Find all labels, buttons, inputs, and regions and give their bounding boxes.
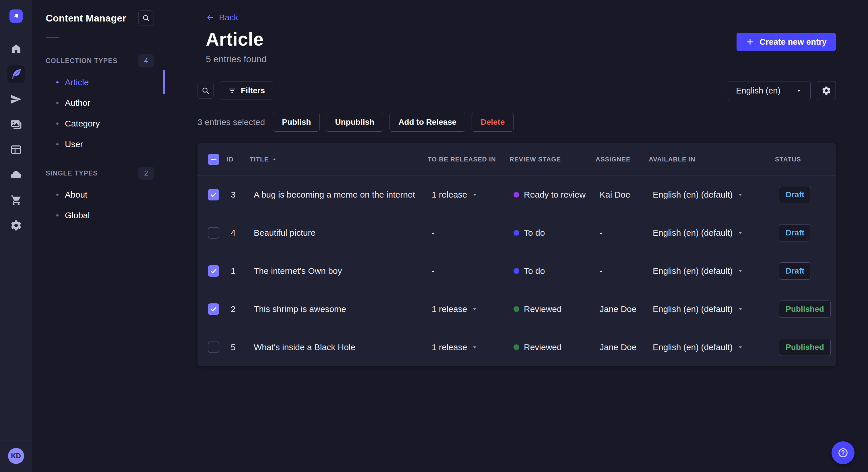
user-avatar[interactable]: KD — [8, 448, 24, 464]
subnav-search-button[interactable] — [138, 10, 154, 26]
status-badge: Draft — [779, 224, 811, 241]
publish-button[interactable]: Publish — [273, 113, 320, 132]
sidebar-item-label: User — [65, 139, 83, 149]
id-cell: 2 — [227, 304, 250, 314]
status-badge: Draft — [779, 186, 811, 203]
review-stage-dot-icon — [514, 344, 519, 350]
available-in-cell[interactable]: English (en) (default) — [649, 228, 775, 238]
id-cell: 3 — [227, 190, 250, 200]
status-cell: Draft — [775, 262, 836, 279]
column-header-id[interactable]: ID — [227, 156, 250, 163]
release-cell[interactable]: 1 release — [428, 304, 509, 314]
locale-value: English (en) — [736, 86, 780, 96]
back-arrow-icon — [206, 13, 214, 22]
delete-button[interactable]: Delete — [472, 113, 514, 132]
table-row[interactable]: 1The internet's Own boy-To do-English (e… — [197, 252, 836, 290]
strapi-logo-icon[interactable] — [9, 9, 23, 23]
help-button[interactable] — [832, 441, 855, 464]
unpublish-button[interactable]: Unpublish — [326, 113, 383, 132]
select-all-checkbox[interactable] — [208, 154, 219, 165]
media-library-images-icon[interactable] — [7, 116, 25, 133]
bullet-icon — [56, 123, 59, 125]
bullet-icon — [56, 102, 59, 104]
content-type-builder-layout-icon[interactable] — [7, 141, 25, 158]
filters-button[interactable]: Filters — [220, 81, 273, 100]
available-in-cell[interactable]: English (en) (default) — [649, 266, 775, 276]
add-to-release-button[interactable]: Add to Release — [390, 113, 465, 132]
rail-divider — [0, 440, 32, 440]
row-checkbox[interactable] — [208, 303, 219, 315]
row-checkbox[interactable] — [208, 227, 219, 239]
review-stage-cell: Reviewed — [509, 342, 596, 352]
active-item-indicator — [163, 70, 165, 94]
deploy-cloud-icon[interactable] — [7, 166, 25, 183]
main-content: Back Article 5 entries found Create new … — [165, 0, 868, 472]
sidebar-item-label: Author — [65, 98, 90, 108]
sidebar-item-about[interactable]: About — [32, 184, 165, 205]
section-count-badge: 2 — [138, 167, 154, 180]
locale-select[interactable]: English (en) — [727, 81, 811, 100]
column-header-title[interactable]: TITLE — [250, 156, 428, 163]
sidebar-item-label: Category — [65, 119, 100, 129]
column-header-status[interactable]: STATUS — [775, 156, 836, 163]
sidebar-item-global[interactable]: Global — [32, 205, 165, 226]
home-icon[interactable] — [7, 40, 25, 57]
review-stage-dot-icon — [514, 306, 519, 312]
status-cell: Published — [775, 301, 836, 318]
available-in-cell[interactable]: English (en) (default) — [649, 304, 775, 314]
available-in-cell[interactable]: English (en) (default) — [649, 342, 775, 352]
available-in-cell[interactable]: English (en) (default) — [649, 190, 775, 200]
settings-gear-icon[interactable] — [7, 217, 25, 234]
review-stage-cell: To do — [509, 228, 596, 238]
sidebar-item-user[interactable]: User — [32, 134, 165, 155]
sidebar-item-article[interactable]: Article — [32, 72, 165, 93]
section-label: COLLECTION TYPES — [45, 57, 118, 65]
selection-actions: PublishUnpublishAdd to ReleaseDelete — [273, 113, 514, 132]
column-header-available-in[interactable]: AVAILABLE IN — [649, 156, 775, 163]
row-checkbox[interactable] — [208, 341, 219, 353]
view-settings-button[interactable] — [817, 81, 836, 100]
back-label: Back — [219, 12, 238, 22]
selection-count-text: 3 entries selected — [197, 117, 265, 127]
create-new-entry-button[interactable]: Create new entry — [737, 33, 836, 51]
filter-icon — [228, 87, 236, 95]
sidebar-item-label: About — [65, 190, 87, 200]
list-search-button[interactable] — [197, 82, 214, 99]
releases-paper-plane-icon[interactable] — [7, 91, 25, 108]
bullet-icon — [56, 194, 59, 196]
row-checkbox[interactable] — [208, 189, 219, 200]
back-link[interactable]: Back — [206, 12, 238, 22]
main-nav-rail: KD — [0, 0, 32, 472]
table-row[interactable]: 4Beautiful picture-To do-English (en) (d… — [197, 214, 836, 252]
assignee-cell: - — [596, 266, 649, 276]
release-cell[interactable]: 1 release — [428, 190, 509, 200]
review-stage-dot-icon — [514, 268, 519, 274]
assignee-cell: - — [596, 228, 649, 238]
sidebar-item-author[interactable]: Author — [32, 93, 165, 113]
release-cell: - — [428, 266, 509, 276]
title-cell: This shrimp is awesome — [250, 304, 428, 314]
status-cell: Draft — [775, 186, 836, 203]
column-header-assignee[interactable]: ASSIGNEE — [596, 156, 649, 163]
column-header-to-be-released-in[interactable]: TO BE RELEASED IN — [428, 156, 509, 163]
table-row[interactable]: 3A bug is becoming a meme on the interne… — [197, 175, 836, 214]
marketplace-cart-icon[interactable] — [7, 192, 25, 209]
column-header-review-stage[interactable]: REVIEW STAGE — [509, 156, 596, 163]
search-icon — [142, 14, 150, 22]
gear-icon — [822, 86, 831, 96]
assignee-cell: Jane Doe — [596, 342, 649, 352]
table-row[interactable]: 2This shrimp is awesome1 releaseReviewed… — [197, 290, 836, 328]
content-manager-feather-icon[interactable] — [7, 65, 25, 82]
table-row[interactable]: 5What's inside a Black Hole1 releaseRevi… — [197, 328, 836, 366]
title-cell: A bug is becoming a meme on the internet — [250, 190, 428, 200]
title-cell: The internet's Own boy — [250, 266, 428, 276]
sidebar-item-category[interactable]: Category — [32, 113, 165, 134]
release-cell[interactable]: 1 release — [428, 342, 509, 352]
title-cell: What's inside a Black Hole — [250, 342, 428, 352]
subnav-sections: COLLECTION TYPES4ArticleAuthorCategoryUs… — [32, 54, 165, 226]
bullet-icon — [56, 214, 59, 216]
subnav-section: COLLECTION TYPES4ArticleAuthorCategoryUs… — [32, 54, 165, 155]
status-cell: Draft — [775, 224, 836, 241]
row-checkbox[interactable] — [208, 265, 219, 277]
id-cell: 5 — [227, 342, 250, 352]
